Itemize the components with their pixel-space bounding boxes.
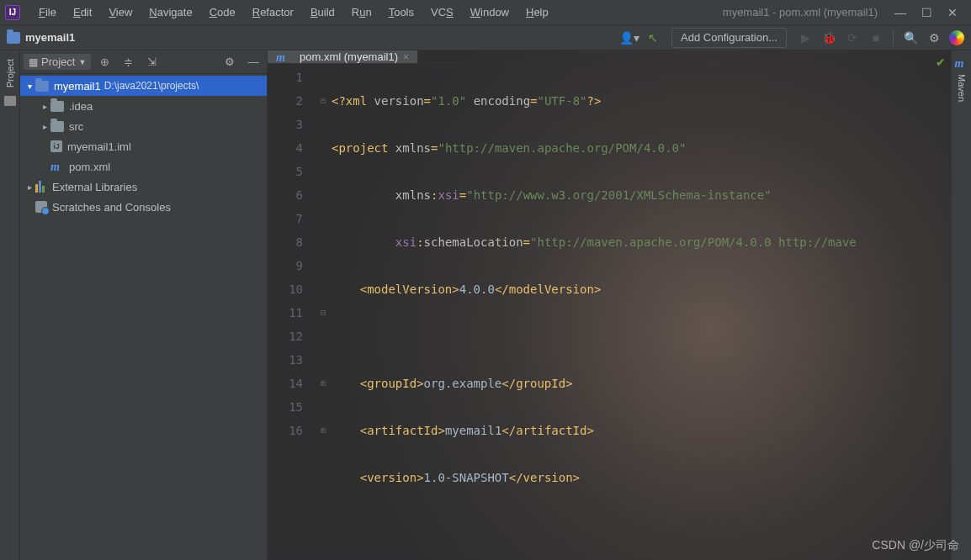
menu-help[interactable]: Help bbox=[517, 0, 557, 24]
tree-root[interactable]: ▾ myemail1 D:\java2021\projects\ bbox=[20, 76, 267, 96]
scratches-icon bbox=[35, 201, 47, 213]
add-configuration-button[interactable]: Add Configuration... bbox=[671, 28, 787, 48]
breadcrumb-folder-icon bbox=[7, 32, 20, 44]
rail-maven-tab[interactable]: Maven bbox=[957, 74, 967, 102]
maven-rail-icon[interactable]: m bbox=[955, 57, 968, 69]
window-title: myemail1 - pom.xml (myemail1) bbox=[723, 6, 878, 18]
maven-file-icon: m bbox=[276, 51, 289, 63]
folder-icon bbox=[50, 121, 64, 132]
tree-item-label: pom.xml bbox=[69, 161, 110, 173]
user-icon[interactable]: 👤▾ bbox=[618, 27, 641, 49]
settings-gear-icon[interactable]: ⚙ bbox=[922, 27, 946, 49]
add-configuration-label: Add Configuration... bbox=[681, 31, 777, 44]
tree-external-libs[interactable]: ▸ External Libraries bbox=[20, 177, 267, 197]
app-logo-icon: IJ bbox=[5, 5, 20, 20]
menu-build[interactable]: Build bbox=[302, 0, 343, 24]
tree-item-src[interactable]: ▸ src bbox=[20, 116, 267, 136]
tree-item-label: myemail1.iml bbox=[67, 140, 131, 153]
minimize-icon[interactable]: — bbox=[894, 6, 906, 19]
navigation-bar: myemail1 👤▾ ↖ Add Configuration... ▶ 🐞 ⟳… bbox=[0, 25, 971, 50]
menu-file[interactable]: File bbox=[30, 0, 65, 24]
menu-window[interactable]: Window bbox=[462, 0, 517, 24]
tab-pom-xml[interactable]: m pom.xml (myemail1) × bbox=[268, 50, 418, 63]
tab-close-icon[interactable]: × bbox=[403, 51, 409, 63]
libraries-icon bbox=[35, 181, 47, 193]
menu-view[interactable]: View bbox=[100, 0, 141, 24]
project-view-label: Project bbox=[41, 55, 75, 68]
editor: ✔ m pom.xml (myemail1) × 1234 5678 91011… bbox=[268, 50, 951, 560]
toolbox-icon[interactable] bbox=[949, 30, 964, 45]
tree-scratches[interactable]: Scratches and Consoles bbox=[20, 197, 267, 217]
menubar: IJ File Edit View Navigate Code Refactor… bbox=[0, 0, 971, 25]
folder-icon bbox=[35, 81, 49, 92]
menu-refactor[interactable]: Refactor bbox=[244, 0, 302, 24]
tree-root-label: myemail1 bbox=[54, 80, 101, 92]
tab-label: pom.xml (myemail1) bbox=[300, 50, 398, 63]
select-opened-file-icon[interactable]: ⊕ bbox=[94, 55, 114, 68]
close-icon[interactable]: ✕ bbox=[947, 6, 958, 19]
structure-rail-icon[interactable] bbox=[4, 96, 16, 106]
build-hammer-icon[interactable]: ↖ bbox=[641, 27, 665, 49]
line-gutter: 1234 5678 9101112 13141516 bbox=[268, 64, 315, 560]
expand-all-icon[interactable]: ≑ bbox=[118, 55, 138, 68]
maven-file-icon: m bbox=[50, 161, 64, 172]
maximize-icon[interactable]: ☐ bbox=[921, 6, 932, 19]
hide-sidebar-icon[interactable]: — bbox=[243, 55, 263, 68]
right-tool-rail: m Maven bbox=[951, 50, 971, 560]
inspection-ok-icon[interactable]: ✔ bbox=[936, 55, 946, 69]
main-area: Project ▦ Project ▼ ⊕ ≑ ⇲ ⚙ — ▾ myemail1… bbox=[0, 50, 971, 560]
folder-icon bbox=[50, 101, 64, 112]
coverage-icon[interactable]: ⟳ bbox=[841, 27, 864, 49]
menu-run[interactable]: Run bbox=[343, 0, 380, 24]
debug-icon[interactable]: 🐞 bbox=[817, 27, 841, 49]
tree-item-idea[interactable]: ▸ .idea bbox=[20, 96, 267, 116]
editor-tabs: m pom.xml (myemail1) × bbox=[268, 50, 951, 64]
sidebar-settings-icon[interactable]: ⚙ bbox=[220, 55, 240, 68]
iml-file-icon: iJ bbox=[50, 140, 62, 152]
tree-item-iml[interactable]: iJ myemail1.iml bbox=[20, 136, 267, 156]
breadcrumb[interactable]: myemail1 bbox=[25, 31, 75, 44]
collapse-all-icon[interactable]: ⇲ bbox=[141, 55, 162, 68]
tree-root-path: D:\java2021\projects\ bbox=[104, 80, 199, 92]
run-icon[interactable]: ▶ bbox=[793, 27, 817, 49]
left-tool-rail: Project bbox=[0, 50, 20, 560]
search-icon[interactable]: 🔍 bbox=[899, 27, 922, 49]
window-controls: — ☐ ✕ bbox=[894, 6, 966, 19]
project-view-selector[interactable]: ▦ Project ▼ bbox=[24, 54, 91, 70]
menu-tools[interactable]: Tools bbox=[380, 0, 422, 24]
menu-code[interactable]: Code bbox=[201, 0, 244, 24]
menu-navigate[interactable]: Navigate bbox=[141, 0, 200, 24]
stop-icon[interactable]: ■ bbox=[864, 27, 888, 49]
tree-item-pom[interactable]: m pom.xml bbox=[20, 156, 267, 177]
tree-item-label: src bbox=[69, 120, 83, 133]
code-area[interactable]: 1234 5678 9101112 13141516 ⊟⊟⊞⊞ <?xml ve… bbox=[268, 64, 951, 560]
code-text[interactable]: <?xml version="1.0" encoding="UTF-8"?> <… bbox=[332, 64, 951, 560]
menu-edit[interactable]: Edit bbox=[65, 0, 100, 24]
project-sidebar: ▦ Project ▼ ⊕ ≑ ⇲ ⚙ — ▾ myemail1 D:\java… bbox=[20, 50, 268, 560]
tree-item-label: External Libraries bbox=[52, 181, 137, 193]
fold-column[interactable]: ⊟⊟⊞⊞ bbox=[315, 64, 332, 560]
tree-item-label: .idea bbox=[69, 100, 93, 113]
project-tree: ▾ myemail1 D:\java2021\projects\ ▸ .idea… bbox=[20, 74, 267, 560]
tree-item-label: Scratches and Consoles bbox=[52, 201, 171, 214]
rail-project-tab[interactable]: Project bbox=[5, 59, 15, 87]
sidebar-header: ▦ Project ▼ ⊕ ≑ ⇲ ⚙ — bbox=[20, 50, 267, 74]
menu-vcs[interactable]: VCS bbox=[422, 0, 462, 24]
